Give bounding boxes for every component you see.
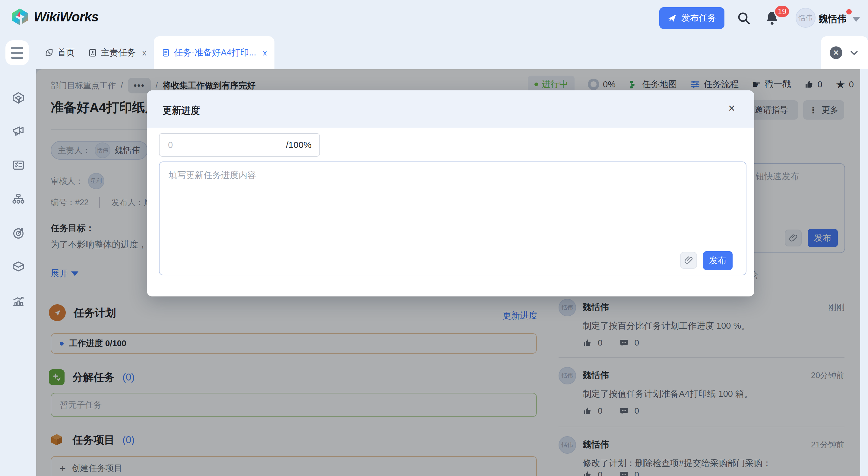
sidebar-stats-icon[interactable] [11, 295, 25, 308]
progress-content-textarea[interactable] [168, 169, 652, 248]
modal-close-icon[interactable]: × [728, 102, 735, 114]
modal-attachment-button[interactable] [680, 252, 697, 269]
sidebar-checklist-icon[interactable] [11, 159, 25, 172]
user-menu-caret-icon[interactable] [852, 17, 860, 22]
tab-main-tasks-label: 主责任务 [101, 47, 136, 59]
user-name[interactable]: 魏恬伟 [818, 13, 846, 25]
progress-value-field[interactable]: /100% [159, 133, 320, 157]
tab-home[interactable]: 首页 [44, 36, 75, 69]
rocket-icon [668, 13, 677, 23]
user-avatar-text: 恬伟 [799, 13, 812, 23]
tab-actions: ✕ [821, 36, 868, 69]
tab-main-tasks-close-icon[interactable]: x [142, 48, 146, 58]
left-sidebar [0, 69, 36, 476]
search-icon[interactable] [737, 11, 751, 25]
user-status-dot [846, 9, 852, 14]
progress-content-field[interactable]: 发布 [159, 162, 746, 275]
modal-publish-button[interactable]: 发布 [703, 251, 733, 270]
progress-suffix: /100% [286, 140, 312, 150]
app-logo[interactable]: WikiWorks [10, 7, 99, 27]
progress-value-input[interactable] [167, 140, 259, 150]
sidebar-workspace-icon[interactable] [11, 91, 25, 105]
logo-icon [10, 7, 30, 27]
tab-current-task-label: 任务-准备好A4打印... [174, 47, 256, 59]
sidebar-package-icon[interactable] [11, 260, 25, 274]
home-tab-icon [44, 48, 54, 57]
sidebar-orgchart-icon[interactable] [11, 192, 25, 206]
app-window: WikiWorks 发布任务 19 恬伟 魏恬伟 [0, 0, 868, 476]
tab-current-task[interactable]: 任务-准备好A4打印... x [154, 36, 275, 69]
tab-current-task-close-icon[interactable]: x [263, 48, 267, 58]
chevron-down-icon[interactable] [849, 47, 859, 58]
modal-title: 更新进度 [162, 104, 200, 117]
task-doc-tab-icon [161, 48, 170, 57]
tasks-tab-icon [88, 48, 97, 57]
tab-home-label: 首页 [57, 47, 75, 59]
sidebar-announcement-icon[interactable] [11, 124, 25, 138]
user-avatar[interactable]: 恬伟 [796, 8, 815, 28]
sidebar-target-icon[interactable] [11, 226, 25, 240]
update-progress-modal: 更新进度 × /100% 发布 [147, 90, 754, 297]
sidebar-toggle-button[interactable] [5, 40, 29, 65]
top-header: WikiWorks 发布任务 19 恬伟 魏恬伟 [0, 0, 868, 36]
close-all-tabs-icon[interactable]: ✕ [830, 46, 842, 59]
notification-badge: 19 [774, 5, 790, 18]
tab-main-tasks[interactable]: 主责任务 x [88, 36, 146, 69]
tab-bar: 首页 主责任务 x 任务-准备好A4打印... x ✕ [0, 36, 868, 69]
publish-task-button[interactable]: 发布任务 [659, 7, 724, 29]
modal-header: 更新进度 × [147, 90, 754, 128]
publish-task-label: 发布任务 [681, 12, 716, 24]
logo-text: WikiWorks [34, 9, 99, 24]
